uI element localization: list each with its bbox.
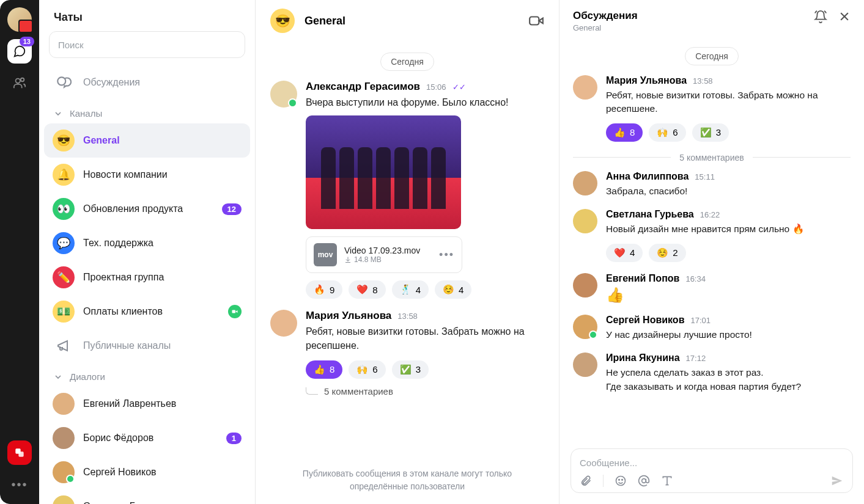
message-author[interactable]: Мария Ульянова — [606, 75, 687, 86]
dialogs-section-toggle[interactable]: Диалоги — [39, 363, 255, 387]
channel-avatar: 😎 — [270, 9, 295, 33]
message-time: 16:22 — [700, 210, 720, 219]
reaction[interactable]: 🙌6 — [349, 360, 385, 379]
channels-section-toggle[interactable]: Каналы — [39, 100, 255, 123]
message-author[interactable]: Анна Филиппова — [606, 171, 689, 182]
composer-input[interactable] — [580, 455, 844, 474]
message-author[interactable]: Ирина Якунина — [606, 352, 680, 363]
thread-title: Обсуждения — [573, 10, 638, 22]
notifications-button[interactable] — [814, 10, 827, 23]
rail-contacts-button[interactable] — [7, 71, 32, 95]
svg-rect-5 — [232, 310, 236, 313]
reaction-emoji: ❤️ — [614, 247, 626, 258]
channel-icon: 😎 — [53, 130, 75, 152]
reaction-count: 3 — [716, 127, 721, 137]
attach-button[interactable] — [580, 475, 592, 487]
restricted-posting-note: Публиковать сообщения в этом канале могу… — [256, 461, 559, 504]
send-button[interactable] — [830, 474, 844, 488]
channel-label: Оплаты клиентов — [83, 306, 163, 317]
message-author[interactable]: Мария Ульянова — [306, 310, 391, 322]
reaction-count: 4 — [459, 285, 463, 295]
reaction[interactable]: 👍8 — [606, 123, 643, 142]
channel-item[interactable]: 👀 Обновления продукта12 — [39, 192, 255, 226]
megaphone-icon — [53, 335, 75, 357]
file-name: Video 17.09.23.mov — [344, 246, 432, 255]
reaction-emoji: ✅ — [400, 364, 412, 375]
channel-label: Проектная группа — [83, 272, 164, 283]
reaction-emoji: ✅ — [700, 127, 712, 138]
channel-item[interactable]: ✏️ Проектная группа — [39, 260, 255, 294]
reaction[interactable]: ☺️4 — [435, 280, 471, 299]
reaction[interactable]: ☺️2 — [649, 244, 685, 262]
message-text: Новый дизайн мне нравится прям сильно 🔥 — [606, 222, 851, 236]
rail-chats-button[interactable]: 13 — [7, 39, 32, 64]
message-avatar[interactable] — [573, 75, 597, 100]
rail-more-button[interactable]: ••• — [7, 472, 32, 497]
reaction-emoji: ☺️ — [443, 284, 454, 295]
reaction-count: 2 — [673, 247, 678, 258]
message-author[interactable]: Евгений Попов — [606, 273, 679, 284]
dialog-item[interactable]: Сергей Новиков — [39, 455, 255, 489]
channel-item[interactable]: 💬 Тех. поддержка — [39, 226, 255, 260]
reaction-count: 8 — [372, 285, 377, 295]
reaction[interactable]: ❤️4 — [606, 244, 643, 262]
svg-point-15 — [642, 479, 646, 483]
channel-item[interactable]: 💵 Оплаты клиентов — [39, 294, 255, 329]
dialog-item[interactable]: Борис Фёдоров1 — [39, 421, 255, 455]
message: Мария Ульянова 13:58 Ребят, новые визитк… — [270, 310, 544, 396]
message-time: 15:11 — [695, 172, 715, 181]
reaction-count: 8 — [630, 127, 635, 137]
user-avatar[interactable] — [7, 7, 32, 32]
sidebar-discussions[interactable]: Обсуждения — [39, 65, 255, 100]
message-avatar[interactable] — [573, 273, 597, 298]
search-input[interactable] — [49, 31, 245, 58]
message-text: Ребят, новые визитки готовы. Забрать мож… — [306, 324, 544, 352]
dialog-item[interactable]: Светлана Гурьева — [39, 489, 255, 504]
mention-button[interactable] — [638, 475, 650, 487]
sidebar: Чаты Обсуждения Каналы 😎 General 🔔 Новос… — [39, 0, 256, 504]
reaction[interactable]: ✅3 — [392, 360, 429, 379]
reaction[interactable]: 👍8 — [306, 360, 342, 379]
rail-app-button[interactable] — [7, 440, 32, 465]
reaction-count: 9 — [330, 285, 334, 295]
message-image[interactable] — [306, 115, 461, 229]
channel-item[interactable]: 🔔 Новости компании — [39, 158, 255, 192]
reaction[interactable]: 🙌6 — [649, 123, 685, 142]
open-thread-link[interactable]: 5 комментариев — [306, 386, 544, 396]
reaction[interactable]: ❤️8 — [349, 280, 385, 299]
message-author[interactable]: Сергей Новиков — [606, 315, 684, 326]
format-button[interactable] — [661, 475, 673, 487]
message-time: 15:06 — [426, 82, 446, 92]
close-thread-button[interactable] — [838, 10, 851, 23]
reaction-count: 6 — [372, 364, 377, 374]
thread-messages[interactable]: Сегодня Мария Ульянова 13:58 Ребят, новы… — [559, 38, 864, 442]
message-author[interactable]: Александр Герасимов — [306, 81, 420, 93]
messages-list[interactable]: Сегодня Александр Герасимов 15:06✓✓ Вчер… — [256, 42, 559, 461]
reaction-count: 4 — [416, 285, 421, 295]
svg-point-13 — [619, 480, 620, 481]
message-avatar[interactable] — [573, 352, 597, 377]
channel-icon: 💵 — [53, 301, 75, 323]
public-channels[interactable]: Публичные каналы — [39, 329, 255, 363]
reaction[interactable]: 🕺4 — [392, 280, 429, 299]
message-author[interactable]: Светлана Гурьева — [606, 209, 694, 220]
channel-title[interactable]: General — [305, 15, 345, 27]
reaction-emoji: 👍 — [614, 127, 626, 138]
file-attachment[interactable]: mov Video 17.09.23.mov 14.8 MB ••• — [306, 236, 462, 273]
emoji-button[interactable] — [615, 475, 627, 487]
reaction[interactable]: 🔥9 — [306, 280, 342, 299]
dialog-item[interactable]: Евгений Лаврентьев — [39, 387, 255, 421]
reaction[interactable]: ✅3 — [692, 123, 729, 142]
message-avatar[interactable] — [573, 209, 597, 233]
message-avatar[interactable] — [573, 171, 597, 195]
thread-root-message: Мария Ульянова 13:58 Ребят, новые визитк… — [573, 75, 851, 142]
message-time: 17:12 — [686, 354, 706, 363]
chats-unread-badge: 13 — [20, 37, 34, 46]
message-avatar[interactable] — [270, 310, 297, 337]
message-avatar[interactable] — [573, 315, 597, 339]
video-call-button[interactable] — [528, 13, 544, 29]
message-avatar[interactable] — [270, 81, 297, 108]
file-more-button[interactable]: ••• — [439, 249, 454, 261]
channel-item[interactable]: 😎 General — [44, 123, 250, 158]
app-rail: 13 ••• — [0, 0, 39, 504]
